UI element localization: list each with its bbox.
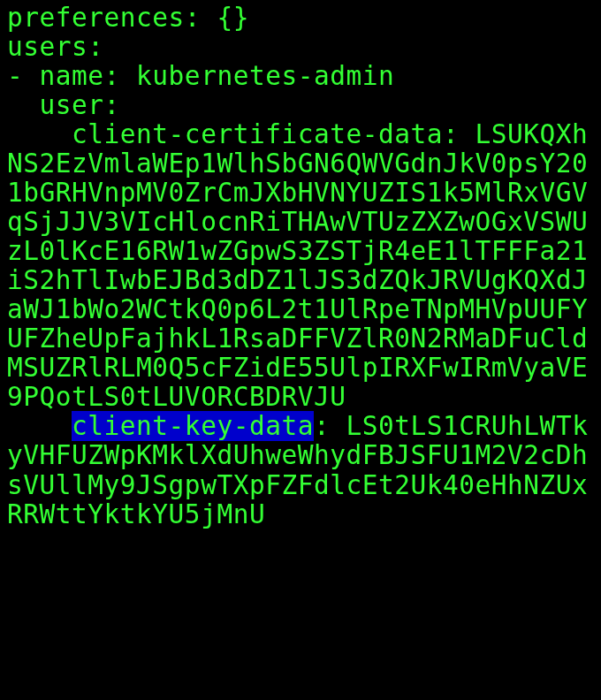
yaml-client-cert-line: client-certificate-data: LSUKQXhNS2EzVml… [7, 119, 588, 412]
yaml-client-key-prefix [7, 411, 72, 441]
yaml-preferences-line: preferences: {} [7, 3, 249, 33]
yaml-users-line: users: [7, 32, 104, 62]
terminal-output: preferences: {} users: - name: kubernete… [7, 4, 594, 529]
yaml-user-line: user: [7, 90, 120, 120]
search-highlight: client-key-data [72, 411, 314, 441]
yaml-name-line: - name: kubernetes-admin [7, 61, 394, 91]
